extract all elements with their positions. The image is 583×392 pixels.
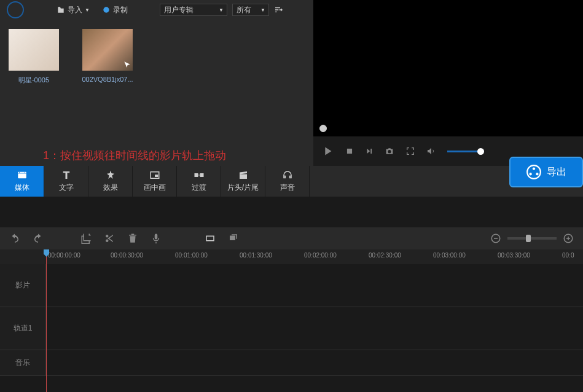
svg-rect-10 [194, 173, 198, 177]
tab-text[interactable]: 文字 [44, 166, 88, 197]
media-thumbnail [82, 29, 133, 71]
import-button[interactable]: 导入 ▼ [53, 4, 93, 17]
track-label: 音乐 [0, 350, 46, 375]
export-icon [526, 164, 542, 180]
annotation-marker [319, 125, 327, 132]
svg-point-0 [7, 2, 23, 18]
source-tabs: 媒体 文字 效果 画中画 过渡 片头/片尾 声音 [0, 166, 583, 197]
svg-rect-9 [155, 174, 158, 177]
mic-icon[interactable] [151, 233, 162, 244]
tab-transition[interactable]: 过渡 [177, 166, 221, 197]
filter-dropdown[interactable]: 所有 [232, 4, 269, 16]
camera-icon[interactable] [385, 146, 394, 156]
tab-intro[interactable]: 片头/片尾 [221, 166, 265, 197]
folder-icon [57, 6, 65, 14]
zoom-out-icon[interactable] [490, 233, 501, 244]
svg-rect-12 [206, 236, 214, 241]
music-track[interactable]: 音乐 [0, 350, 583, 376]
cut-icon[interactable] [104, 233, 115, 244]
volume-slider[interactable] [447, 151, 484, 152]
zoom-slider[interactable] [507, 237, 557, 240]
tab-pip[interactable]: 画中画 [133, 166, 177, 197]
redo-icon[interactable] [33, 233, 44, 244]
media-toolbar: 导入 ▼ 录制 用户专辑 所有 [0, 0, 313, 20]
timeline-toolbar [0, 227, 583, 249]
track-content[interactable] [46, 350, 583, 375]
clapper-icon [237, 170, 249, 181]
tab-sound[interactable]: 声音 [265, 166, 310, 197]
track-content[interactable] [46, 264, 583, 307]
svg-point-4 [533, 167, 535, 170]
step-forward-icon[interactable] [365, 147, 374, 155]
stop-icon[interactable] [345, 147, 354, 155]
track-label: 轨道1 [0, 307, 46, 350]
track-1[interactable]: 轨道1 [0, 307, 583, 350]
layers-icon[interactable] [228, 233, 239, 244]
transition-icon [193, 170, 205, 181]
logo-icon [6, 1, 25, 19]
fullscreen-icon[interactable] [405, 146, 415, 156]
import-label: 导入 [68, 5, 82, 15]
playhead[interactable] [46, 249, 47, 392]
undo-icon[interactable] [9, 233, 20, 244]
play-icon[interactable] [321, 144, 334, 158]
svg-rect-2 [347, 149, 352, 154]
zoom-in-icon[interactable] [563, 233, 574, 244]
pip-icon [149, 170, 161, 181]
timeline-ruler[interactable]: 00:00:00:00 00:00:30:00 00:01:00:00 00:0… [0, 249, 583, 264]
media-thumbnail [9, 29, 59, 71]
media-item-label: 明星-0005 [6, 76, 61, 85]
media-grid: 明星-0005 002VQ8B1jx07... [0, 20, 313, 94]
svg-rect-11 [200, 173, 203, 177]
aspect-icon[interactable] [205, 233, 216, 244]
media-item-label: 002VQ8B1jx07... [80, 76, 135, 83]
text-icon [60, 170, 72, 181]
media-icon [16, 170, 28, 181]
video-preview [316, 3, 580, 136]
crop-icon[interactable] [80, 233, 92, 244]
category-dropdown[interactable]: 用户专辑 [160, 4, 227, 16]
video-track[interactable]: 影片 [0, 264, 583, 307]
headphone-icon [281, 170, 294, 181]
zoom-controls [490, 233, 574, 244]
export-button[interactable]: 导出 [509, 157, 583, 187]
effects-icon [104, 170, 117, 181]
track-label: 影片 [0, 264, 46, 307]
media-item[interactable]: 002VQ8B1jx07... [80, 29, 135, 85]
record-label: 录制 [113, 5, 128, 15]
media-item[interactable]: 明星-0005 [6, 29, 61, 85]
preview-panel: 00:00:00 / 00:00:00 导出 [313, 0, 583, 166]
record-button[interactable]: 录制 [98, 4, 131, 17]
delete-icon[interactable] [127, 233, 138, 244]
instruction-annotation: 1：按住视频往时间线的影片轨上拖动 [43, 148, 226, 163]
volume-icon[interactable] [426, 146, 436, 156]
svg-point-1 [103, 7, 109, 12]
svg-point-6 [536, 173, 538, 175]
cursor-icon [123, 61, 131, 69]
tab-effects[interactable]: 效果 [88, 166, 133, 197]
record-icon [102, 6, 111, 14]
track-content[interactable] [46, 307, 583, 350]
svg-point-3 [527, 165, 541, 179]
sort-icon[interactable] [274, 5, 284, 15]
svg-point-5 [529, 173, 531, 175]
media-panel: 导入 ▼ 录制 用户专辑 所有 明星-0005 002VQ8B1jx07... [0, 0, 313, 166]
timeline: 00:00:00:00 00:00:30:00 00:01:00:00 00:0… [0, 249, 583, 392]
export-label: 导出 [547, 166, 566, 179]
tab-media[interactable]: 媒体 [0, 166, 44, 197]
